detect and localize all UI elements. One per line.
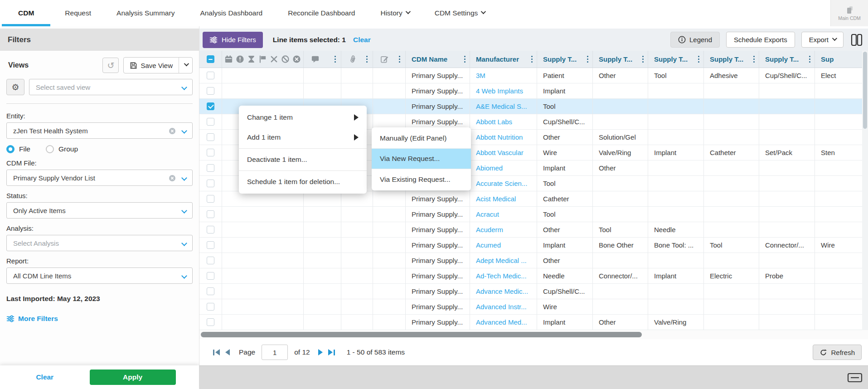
manufacturer-link[interactable]: Ad-Tech Medic... (470, 268, 537, 284)
table-row[interactable]: Primary Supply... 4 Web Implants Implant (199, 83, 868, 99)
attachments-column-header[interactable] (341, 51, 373, 68)
save-view-button[interactable]: Save View (123, 57, 193, 73)
table-row[interactable]: Primary Supply... Advanced Instr... Wire (199, 299, 868, 315)
row-checkbox[interactable] (207, 210, 214, 218)
legend-button[interactable]: Legend (670, 32, 720, 48)
row-checkbox-cell[interactable] (199, 99, 222, 114)
kebab-menu-icon[interactable] (531, 56, 533, 63)
row-checkbox-cell[interactable] (199, 284, 222, 299)
column-header-manufacturer[interactable]: Manufacturer (470, 51, 537, 68)
tab-request[interactable]: Request (52, 0, 104, 26)
tab-analysis-summary[interactable]: Analysis Summary (104, 0, 187, 26)
menu-item-add[interactable]: Add 1 item (239, 127, 367, 147)
row-checkbox[interactable] (207, 272, 214, 280)
manufacturer-link[interactable]: Abbott Nutrition (470, 130, 537, 145)
kebab-menu-icon[interactable] (698, 56, 700, 63)
view-settings-button[interactable]: ⚙ (6, 79, 24, 95)
radio-group[interactable]: Group (46, 145, 78, 153)
column-header-cdm-name[interactable]: CDM Name (406, 51, 470, 68)
drawer-panel-toggle[interactable] (847, 372, 863, 383)
table-row[interactable]: Primary Supply... Acist Medical Catheter (199, 191, 868, 207)
next-page-button[interactable] (318, 349, 323, 355)
saved-view-select[interactable]: Select saved view (29, 79, 193, 95)
manufacturer-link[interactable]: Advanced Instr... (470, 299, 537, 315)
row-checkbox-cell[interactable] (199, 114, 222, 130)
manufacturer-link[interactable]: Advance Medic... (470, 284, 537, 299)
row-checkbox-cell[interactable] (199, 299, 222, 315)
kebab-menu-icon[interactable] (642, 56, 644, 63)
kebab-menu-icon[interactable] (753, 56, 755, 63)
menu-history[interactable]: History (368, 0, 422, 26)
menu-cdm-settings[interactable]: CDM Settings (422, 0, 498, 26)
refresh-button[interactable]: Refresh (813, 345, 862, 360)
entity-select[interactable]: zJen Test Health System (6, 122, 193, 139)
row-checkbox[interactable] (207, 118, 214, 126)
column-panel-toggle[interactable] (850, 34, 863, 46)
horizontal-scrollbar[interactable] (199, 330, 868, 339)
row-checkbox-cell[interactable] (199, 222, 222, 238)
table-row[interactable]: Primary Supply... Acumed Implant Bone Ot… (199, 238, 868, 253)
kebab-menu-icon[interactable] (335, 56, 336, 63)
kebab-menu-icon[interactable] (366, 56, 368, 63)
table-row[interactable]: Primary Supply... Ad-Tech Medic... Needl… (199, 268, 868, 284)
manufacturer-link[interactable]: 3M (470, 68, 537, 83)
select-all-cell[interactable] (199, 51, 222, 68)
tab-analysis-dashboard[interactable]: Analysis Dashboard (187, 0, 275, 26)
submenu-item-via-existing-request[interactable]: Via Existing Request... (372, 169, 471, 190)
manufacturer-link[interactable]: Acracut (470, 207, 537, 222)
report-select[interactable]: All CDM Line Items (6, 267, 193, 284)
manufacturer-link[interactable]: A&E Medical S... (470, 99, 537, 114)
manufacturer-link[interactable]: 4 Web Implants (470, 83, 537, 99)
manufacturer-link[interactable]: Advanced Med... (470, 315, 537, 330)
select-all-checkbox[interactable] (207, 55, 214, 63)
status-icons-header[interactable] (222, 51, 304, 68)
kebab-menu-icon[interactable] (587, 56, 589, 63)
row-checkbox[interactable] (207, 149, 214, 156)
tab-cdm[interactable]: CDM (0, 0, 52, 26)
schedule-exports-button[interactable]: Schedule Exports (726, 32, 795, 48)
kebab-menu-icon[interactable] (809, 56, 811, 63)
row-checkbox[interactable] (207, 102, 214, 110)
row-checkbox-cell[interactable] (199, 130, 222, 145)
vertical-scrollbar[interactable] (862, 51, 868, 330)
manufacturer-link[interactable]: Adept Medical ... (470, 253, 537, 268)
table-row[interactable]: Primary Supply... Advance Medic... Cup/S… (199, 284, 868, 299)
clear-circle-icon[interactable] (169, 127, 176, 135)
filters-apply-button[interactable]: Apply (90, 370, 176, 385)
save-view-dropdown[interactable] (179, 58, 192, 73)
selection-clear-link[interactable]: Clear (353, 36, 371, 44)
menu-item-deactivate[interactable]: Deactivate 1 item... (239, 150, 367, 170)
row-checkbox[interactable] (207, 303, 214, 311)
row-checkbox-cell[interactable] (199, 207, 222, 222)
row-checkbox[interactable] (207, 257, 214, 264)
row-checkbox-cell[interactable] (199, 176, 222, 191)
manufacturer-link[interactable]: Abiomed (470, 160, 537, 176)
row-checkbox[interactable] (207, 72, 214, 79)
row-checkbox-cell[interactable] (199, 253, 222, 268)
submenu-item-manually[interactable]: Manually (Edit Panel) (372, 128, 471, 149)
menu-item-schedule-deletion[interactable]: Schedule 1 item for deletion... (239, 172, 367, 192)
kebab-menu-icon[interactable] (399, 56, 401, 63)
kebab-menu-icon[interactable] (464, 56, 466, 63)
table-row[interactable]: Primary Supply... Adept Medical ... Othe… (199, 253, 868, 268)
cdm-file-select[interactable]: Primary Supply Vendor List (6, 170, 193, 186)
table-row[interactable]: Primary Supply... Acracut Tool (199, 207, 868, 222)
submenu-item-via-new-request[interactable]: Via New Request... (372, 149, 471, 169)
row-checkbox[interactable] (207, 180, 214, 187)
more-filters-link[interactable]: More Filters (6, 315, 193, 323)
manufacturer-link[interactable]: Abbott Labs (470, 114, 537, 130)
main-cdm-button[interactable]: Main CDM (830, 0, 868, 26)
first-page-button[interactable] (213, 349, 220, 355)
manufacturer-link[interactable]: Accurate Scien... (470, 176, 537, 191)
radio-file[interactable]: File (6, 145, 30, 153)
hide-filters-button[interactable]: Hide Filters (203, 32, 263, 48)
row-checkbox-cell[interactable] (199, 83, 222, 99)
comments-column-header[interactable] (304, 51, 341, 68)
page-number-input[interactable] (262, 345, 288, 360)
undo-view-button[interactable]: ↺ (102, 58, 119, 73)
column-header-supply-3[interactable]: Supply T... (648, 51, 704, 68)
row-checkbox-cell[interactable] (199, 145, 222, 160)
manufacturer-link[interactable]: Acuderm (470, 222, 537, 238)
table-row[interactable]: Primary Supply... 3M Patient Other Tool … (199, 68, 868, 83)
export-button[interactable]: Export (801, 32, 844, 48)
